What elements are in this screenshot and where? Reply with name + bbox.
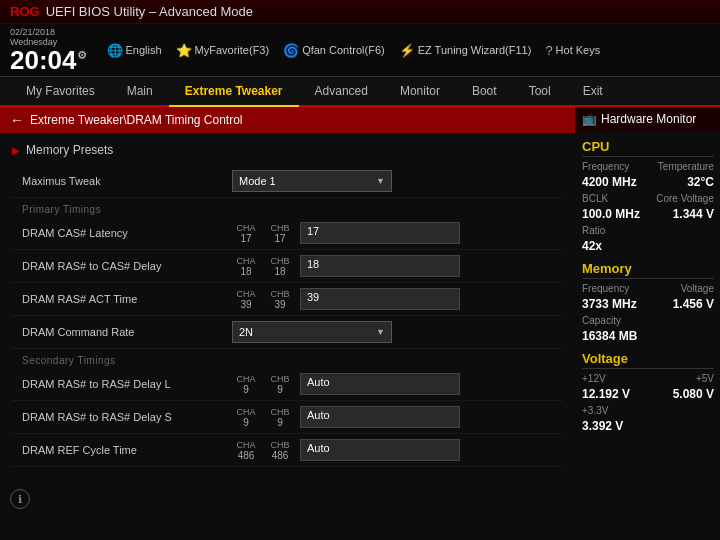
tab-main[interactable]: Main	[111, 77, 169, 107]
hotkeys-button[interactable]: ? Hot Keys	[545, 43, 600, 58]
memory-presets-group: ▶ Memory Presets	[12, 139, 563, 161]
rog-logo: ROG	[10, 4, 40, 19]
cpu-voltage-value: 1.344 V	[673, 207, 714, 221]
dram-ras-act-row: DRAM RAS# ACT Time CHA 39 CHB 39 39	[12, 283, 563, 316]
window-title: UEFI BIOS Utility – Advanced Mode	[46, 4, 253, 19]
dram-ras-ras-l-row: DRAM RAS# to RAS# Delay L CHA 9 CHB 9 Au…	[12, 368, 563, 401]
dram-ras-act-chb: CHB 39	[266, 289, 294, 310]
dram-ras-ras-s-chb: CHB 9	[266, 407, 294, 428]
language-label: English	[126, 44, 162, 56]
maximus-tweak-row: Maximus Tweak Mode 1	[12, 165, 563, 198]
help-icon: ?	[545, 43, 552, 58]
dram-ras-ras-l-control: Auto	[300, 373, 555, 395]
hw-monitor-title-text: Hardware Monitor	[601, 112, 696, 126]
qfan-button[interactable]: 🌀 Qfan Control(F6)	[283, 43, 385, 58]
dram-ras-ras-l-input[interactable]: Auto	[300, 373, 460, 395]
memory-presets-header[interactable]: ▶ Memory Presets	[12, 139, 563, 161]
title-bar: ROG UEFI BIOS Utility – Advanced Mode	[0, 0, 720, 24]
dram-cas-label: DRAM CAS# Latency	[12, 227, 232, 239]
tab-favorites[interactable]: My Favorites	[10, 77, 111, 107]
header-icons: 🌐 English ⭐ MyFavorite(F3) 🌀 Qfan Contro…	[107, 43, 711, 58]
memory-presets-label: Memory Presets	[26, 143, 113, 157]
tab-exit[interactable]: Exit	[567, 77, 619, 107]
cpu-ratio-val-row: 42x	[582, 239, 714, 253]
language-icon: 🌐	[107, 43, 123, 58]
v12-v5-label-row: +12V +5V	[582, 373, 714, 384]
tab-monitor[interactable]: Monitor	[384, 77, 456, 107]
breadcrumb-text: Extreme Tweaker\DRAM Timing Control	[30, 113, 243, 127]
back-arrow-icon[interactable]: ←	[10, 112, 24, 128]
cpu-freq-value: 4200 MHz	[582, 175, 637, 189]
expand-arrow-icon: ▶	[12, 145, 20, 156]
content-pane: ← Extreme Tweaker\DRAM Timing Control ▶ …	[0, 107, 575, 540]
dram-ras-act-input[interactable]: 39	[300, 288, 460, 310]
mem-freq-val-row: 3733 MHz 1.456 V	[582, 297, 714, 311]
dram-cas-input[interactable]: 17	[300, 222, 460, 244]
ez-tuning-button[interactable]: ⚡ EZ Tuning Wizard(F11)	[399, 43, 532, 58]
dram-ref-label: DRAM REF Cycle Time	[12, 444, 232, 456]
primary-timings-divider: Primary Timings	[12, 198, 563, 217]
v33-label-row: +3.3V	[582, 405, 714, 416]
hardware-monitor-panel: 📺 Hardware Monitor CPU Frequency Tempera…	[575, 107, 720, 540]
header: 02/21/2018 Wednesday 20:04⚙ 🌐 English ⭐ …	[0, 24, 720, 77]
hotkeys-label: Hot Keys	[556, 44, 601, 56]
memory-section-title: Memory	[582, 261, 714, 279]
dram-ras-ras-l-label: DRAM RAS# to RAS# Delay L	[12, 378, 232, 390]
cpu-section-title: CPU	[582, 139, 714, 157]
info-button[interactable]: ℹ	[10, 489, 30, 509]
dram-ref-chb: CHB 486	[266, 440, 294, 461]
dram-cmd-rate-label: DRAM Command Rate	[12, 326, 232, 338]
dram-cmd-rate-dropdown[interactable]: 2N	[232, 321, 392, 343]
mem-cap-label: Capacity	[582, 315, 621, 326]
dram-ras-cas-chb: CHB 18	[266, 256, 294, 277]
settings-content: ▶ Memory Presets Maximus Tweak Mode 1 Pr…	[0, 133, 575, 533]
cpu-ratio-row: Ratio	[582, 225, 714, 236]
monitor-icon: 📺	[582, 112, 597, 126]
chb-label: CHB	[270, 223, 289, 233]
v33-label: +3.3V	[582, 405, 608, 416]
cpu-bclk-val-row: 100.0 MHz 1.344 V	[582, 207, 714, 221]
date-time-block: 02/21/2018 Wednesday 20:04⚙	[10, 27, 87, 73]
dram-ras-ras-s-input[interactable]: Auto	[300, 406, 460, 428]
main-layout: ← Extreme Tweaker\DRAM Timing Control ▶ …	[0, 107, 720, 540]
v12-v5-val-row: 12.192 V 5.080 V	[582, 387, 714, 401]
mem-volt-value: 1.456 V	[673, 297, 714, 311]
dram-ref-input[interactable]: Auto	[300, 439, 460, 461]
cpu-ratio-label: Ratio	[582, 225, 605, 236]
v5-value: 5.080 V	[673, 387, 714, 401]
cpu-temp-value: 32°C	[687, 175, 714, 189]
v33-value: 3.392 V	[582, 419, 623, 433]
maximus-tweak-dropdown[interactable]: Mode 1	[232, 170, 392, 192]
dram-ras-cas-cha: CHA 18	[232, 256, 260, 277]
voltage-section-title: Voltage	[582, 351, 714, 369]
tab-boot[interactable]: Boot	[456, 77, 513, 107]
mem-freq-value: 3733 MHz	[582, 297, 637, 311]
lightning-icon: ⚡	[399, 43, 415, 58]
secondary-timings-divider: Secondary Timings	[12, 349, 563, 368]
mem-cap-val-row: 16384 MB	[582, 329, 714, 343]
settings-gear-icon[interactable]: ⚙	[77, 49, 87, 61]
dram-ras-cas-input[interactable]: 18	[300, 255, 460, 277]
tab-extreme-tweaker[interactable]: Extreme Tweaker	[169, 77, 299, 107]
tab-advanced[interactable]: Advanced	[299, 77, 384, 107]
dram-ras-ras-s-row: DRAM RAS# to RAS# Delay S CHA 9 CHB 9 Au…	[12, 401, 563, 434]
dram-ras-ras-l-chb: CHB 9	[266, 374, 294, 395]
tab-tool[interactable]: Tool	[513, 77, 567, 107]
dram-ras-cas-label: DRAM RAS# to CAS# Delay	[12, 260, 232, 272]
myfavorite-button[interactable]: ⭐ MyFavorite(F3)	[176, 43, 270, 58]
cha-label: CHA	[236, 223, 255, 233]
myfavorite-label: MyFavorite(F3)	[195, 44, 270, 56]
dram-cas-cha: CHA 17	[232, 223, 260, 244]
dram-cas-control: 17	[300, 222, 555, 244]
dram-ref-row: DRAM REF Cycle Time CHA 486 CHB 486 Auto	[12, 434, 563, 467]
dram-ras-ras-s-control: Auto	[300, 406, 555, 428]
dram-ras-ras-s-label: DRAM RAS# to RAS# Delay S	[12, 411, 232, 423]
dram-cas-chb: CHB 17	[266, 223, 294, 244]
ez-tuning-label: EZ Tuning Wizard(F11)	[418, 44, 532, 56]
cpu-bclk-row: BCLK Core Voltage	[582, 193, 714, 204]
qfan-label: Qfan Control(F6)	[302, 44, 385, 56]
v5-label: +5V	[696, 373, 714, 384]
dram-ras-act-control: 39	[300, 288, 555, 310]
hw-monitor-title: 📺 Hardware Monitor	[576, 107, 720, 131]
language-selector[interactable]: 🌐 English	[107, 43, 162, 58]
